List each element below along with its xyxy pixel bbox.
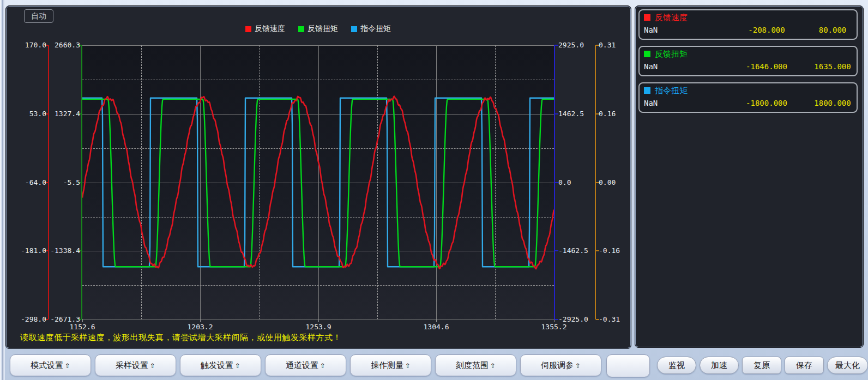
y-axis-tick-label: 2925.0 xyxy=(558,40,594,50)
y-axis-tick-label: -298.0 xyxy=(10,315,46,324)
y-axis-tick-label: -2671.3 xyxy=(44,315,80,324)
fb_torque-axis-line xyxy=(81,45,82,319)
expand-up-icon: ⇧ xyxy=(490,362,496,370)
channel-current-value: NaN xyxy=(644,62,720,71)
channel-color-swatch xyxy=(644,14,650,21)
blank-button[interactable] xyxy=(606,354,650,377)
y-axis-tick-label: 170.0 xyxy=(10,40,46,50)
action-button-bar: 监视加速复原保存最大化 xyxy=(657,357,868,374)
y-axis-tick-label: -64.0 xyxy=(10,178,46,188)
y-axis-tick-label: 53.0 xyxy=(10,109,46,119)
y-axis-tick-label: 1462.5 xyxy=(558,109,594,119)
channel-values-row: NaN-208.00080.000 xyxy=(644,23,852,37)
settings-button[interactable]: 采样设置⇧ xyxy=(95,354,176,376)
channel-box: 指令扭矩NaN-1800.0001800.000 xyxy=(638,82,858,113)
y-axis-tick-label: 1327.4 xyxy=(44,109,80,119)
channel-color-swatch xyxy=(644,51,650,57)
legend-label: 指令扭矩 xyxy=(360,24,391,34)
x-axis-tick xyxy=(436,319,437,322)
settings-button[interactable]: 操作测量⇧ xyxy=(350,354,431,376)
action-button[interactable]: 保存 xyxy=(785,357,824,374)
plot-area xyxy=(82,45,554,319)
legend-item: 反馈速度 xyxy=(245,24,285,34)
legend-item: 指令扭矩 xyxy=(351,24,391,34)
y-axis-tick-label: 0.0 xyxy=(558,178,594,188)
expand-up-icon: ⇧ xyxy=(65,362,70,370)
y-axis-tick-label: -1338.4 xyxy=(44,246,80,256)
expand-up-icon: ⇧ xyxy=(320,362,326,370)
y-axis-tick-label: 2660.3 xyxy=(44,40,80,50)
x-axis-tick-label: 1253.9 xyxy=(296,323,341,331)
action-button[interactable]: 最大化 xyxy=(827,357,868,374)
settings-button[interactable]: 触发设置⇧ xyxy=(180,354,261,376)
legend-label: 反馈扭矩 xyxy=(308,24,338,34)
settings-button-label: 伺服调参 xyxy=(541,360,574,370)
channel-panel: 反馈速度NaN-208.00080.000反馈扭矩NaN-1646.000163… xyxy=(635,5,864,348)
settings-button-label: 采样设置 xyxy=(116,360,148,370)
channel-min-value: -1800.000 xyxy=(720,99,813,107)
legend-color-swatch xyxy=(245,26,251,32)
channel-title-row: 反馈扭矩 xyxy=(644,48,852,60)
x-axis-tick-label: 1304.6 xyxy=(413,323,459,331)
channel-title-row: 指令扭矩 xyxy=(644,85,852,96)
channel-min-value: -1646.000 xyxy=(720,62,813,71)
action-button[interactable]: 加速 xyxy=(700,357,739,374)
channel-current-value: NaN xyxy=(644,99,720,107)
chart-legend: 反馈速度反馈扭矩指令扭矩 xyxy=(82,24,554,34)
channel-label: 反馈扭矩 xyxy=(655,49,688,59)
channel-color-swatch xyxy=(644,87,650,94)
app-window: 自动 反馈速度反馈扭矩指令扭矩 1152.61203.21253.91304.6… xyxy=(0,0,868,380)
settings-button-label: 触发设置 xyxy=(201,360,233,370)
channel-box: 反馈扭矩NaN-1646.0001635.000 xyxy=(638,46,858,76)
channel-max-value: 1800.000 xyxy=(813,99,852,107)
y-axis-tick-label: 0.16 xyxy=(599,109,635,119)
settings-button[interactable]: 模式设置⇧ xyxy=(10,354,91,376)
x-axis-tick xyxy=(318,319,319,322)
settings-button-label: 刻度范围 xyxy=(456,360,489,370)
x-axis-tick xyxy=(554,319,554,322)
chart-panel: 自动 反馈速度反馈扭矩指令扭矩 1152.61203.21253.91304.6… xyxy=(5,5,631,349)
expand-up-icon: ⇧ xyxy=(150,362,155,370)
y-axis-tick-label: -1462.5 xyxy=(558,246,594,256)
settings-button-bar: 模式设置⇧采样设置⇧触发设置⇧通道设置⇧操作测量⇧刻度范围⇧伺服调参⇧ xyxy=(10,354,601,376)
y-axis-tick-label: -5.5 xyxy=(44,178,80,188)
y-axis-tick-label: -0.31 xyxy=(599,315,635,324)
action-button[interactable]: 复原 xyxy=(742,357,781,374)
legend-color-swatch xyxy=(298,26,304,32)
warning-text: 读取速度低于采样速度，波形出现失真，请尝试增大采样间隔，或使用触发采样方式！ xyxy=(20,333,341,343)
channel-min-value: -208.000 xyxy=(720,26,813,34)
settings-button-label: 操作测量 xyxy=(371,360,403,370)
y-axis-tick-label: 0.31 xyxy=(599,40,635,50)
expand-up-icon: ⇧ xyxy=(575,362,581,370)
channel-label: 反馈速度 xyxy=(655,13,688,23)
legend-label: 反馈速度 xyxy=(255,24,285,34)
channel-box: 反馈速度NaN-208.00080.000 xyxy=(638,9,858,40)
y-axis-tick-label: 0.00 xyxy=(599,178,635,188)
channel-title-row: 反馈速度 xyxy=(644,11,852,23)
channel-max-value: 80.000 xyxy=(813,26,852,34)
settings-button[interactable]: 伺服调参⇧ xyxy=(520,354,601,376)
y-axis-tick-label: -2925.0 xyxy=(558,315,594,324)
x-axis-tick xyxy=(200,319,201,322)
channel-values-row: NaN-1646.0001635.000 xyxy=(644,60,852,73)
channel-max-value: 1635.000 xyxy=(813,62,852,71)
expand-up-icon: ⇧ xyxy=(235,362,240,370)
legend-color-swatch xyxy=(351,26,357,32)
expand-up-icon: ⇧ xyxy=(405,362,411,370)
settings-button[interactable]: 通道设置⇧ xyxy=(265,354,346,376)
x-axis-tick xyxy=(82,319,83,322)
action-button[interactable]: 监视 xyxy=(657,357,696,374)
legend-item: 反馈扭矩 xyxy=(298,24,338,34)
settings-button-label: 模式设置 xyxy=(31,360,63,370)
settings-button-label: 通道设置 xyxy=(286,360,318,370)
y-axis-tick-label: -181.0 xyxy=(10,246,46,256)
settings-button[interactable]: 刻度范围⇧ xyxy=(435,354,516,376)
waveform-canvas[interactable] xyxy=(82,45,554,319)
x-axis-tick-label: 1203.2 xyxy=(177,323,223,331)
y-axis-tick-label: -0.16 xyxy=(599,246,635,256)
channel-values-row: NaN-1800.0001800.000 xyxy=(644,96,852,110)
channel-label: 指令扭矩 xyxy=(655,86,688,96)
channel-current-value: NaN xyxy=(644,26,720,34)
window-left-border xyxy=(0,0,5,380)
auto-button[interactable]: 自动 xyxy=(24,9,53,23)
